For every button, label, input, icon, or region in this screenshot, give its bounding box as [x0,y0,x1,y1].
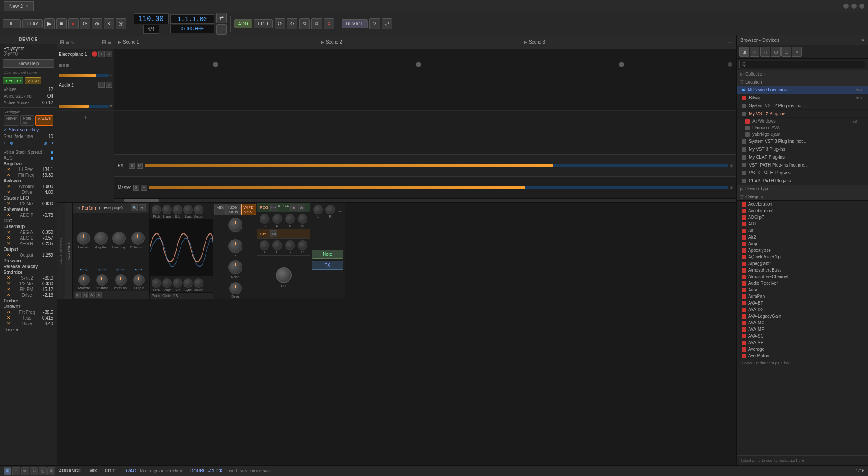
unison2-knob[interactable] [194,278,203,288]
status-arrange-icon[interactable]: ⊞ [4,467,11,475]
cat-air2[interactable]: Air2 [737,234,868,240]
track-s-btn-1[interactable]: S [98,51,105,57]
pitch2-knob[interactable] [152,278,161,288]
browser-tab-preset[interactable]: ◎ [750,47,760,57]
scenes-more[interactable]: ⋯ [723,39,736,45]
all-device-locations[interactable]: All Device Locations 99+ [737,86,868,94]
location-bitwig[interactable]: Bitwig 99+ [737,94,868,102]
right-arrow-icon[interactable]: ⊕⟶ [43,141,53,145]
shape-knob[interactable] [162,205,172,214]
delete-btn[interactable]: ✕ [324,18,334,29]
clip-2-1[interactable] [114,80,317,110]
master-s-btn[interactable]: S [133,185,139,191]
play-btn[interactable]: ▶ [44,18,55,29]
overdub-btn[interactable]: ⊕ [92,18,102,29]
clip-1-2[interactable] [317,49,520,80]
feg-ctrl-3[interactable]: ⊠ [298,204,305,211]
track-m-btn-1[interactable]: M [106,51,112,57]
status-edit-icon[interactable]: ✏ [21,467,29,475]
select-tool[interactable]: ↖ [71,39,75,45]
cat-ava-legacygain[interactable]: AVA-LegacyGain [737,313,868,320]
macro-knob-5[interactable] [78,274,90,286]
record-btn[interactable]: ● [68,18,79,29]
track-icon-3[interactable]: ⊟ [102,39,106,45]
cat-avermatrix[interactable]: AverMatrix [737,352,868,359]
sub-knob[interactable] [173,205,182,214]
loop-toggle[interactable]: ⇄ [216,13,227,23]
perform-menu-btn[interactable]: ▼ [139,204,146,211]
aeg-d-knob[interactable] [272,240,282,250]
track-icon-2[interactable]: ≡ [66,39,69,45]
undo-btn[interactable]: ↺ [275,18,285,29]
scene-1-header[interactable]: ▶ Scene 1 [114,35,317,49]
device-type-section[interactable]: ▷ Device Type [737,185,868,193]
cat-apocalypse[interactable]: Apocalypse [737,247,868,254]
fx-s-btn[interactable]: S [129,163,135,169]
cat-amp[interactable]: Amp [737,240,868,247]
minimize-btn[interactable] [843,4,849,9]
punch-toggle[interactable]: ↕ [216,24,227,35]
ch2-knob[interactable] [228,239,242,253]
wipe-max-btn[interactable]: WIPE MAX [241,204,256,215]
misc-btn-3[interactable]: ✕ [89,292,95,298]
position-display[interactable]: 1.1.1.00 [170,14,214,24]
paste-btn[interactable]: ⧈ [311,18,322,29]
close-btn[interactable] [859,4,864,9]
macro-knob-3[interactable] [112,232,126,245]
scene-3-header[interactable]: ▶ Scene 3 [520,35,723,49]
fx-btn[interactable]: FX [312,261,343,270]
clip-1-3[interactable] [520,49,723,80]
cat-ava-mc[interactable]: AVA-MC [737,320,868,326]
category-toggle[interactable]: ▽ [740,194,744,199]
cat-average[interactable]: Average [737,346,868,352]
browser-tab-collection[interactable]: ⊞ [739,47,749,57]
redo-btn[interactable]: ↻ [287,18,297,29]
feg-a-knob[interactable] [260,214,269,224]
clip-2-2[interactable] [317,80,520,110]
show-help-btn[interactable]: Show Help [3,59,54,68]
cat-acceleration2[interactable]: Acceleration2 [737,207,868,214]
location-vst3-path[interactable]: VST3_PATH Plug-ins [737,169,868,177]
feg-ctrl-1[interactable]: ⟺ [270,204,277,211]
macro-knob-6[interactable] [96,274,108,286]
unison-knob[interactable] [194,205,203,214]
pitch-knob[interactable] [152,205,161,214]
cat-ava-ds[interactable]: AVA-DS [737,306,868,313]
status-mixer-icon[interactable]: ≡ [12,467,20,475]
copy-btn[interactable]: ⧉ [299,18,310,29]
cat-autopan[interactable]: AutoPan [737,293,868,300]
track-icon-4[interactable]: ≡ [108,39,111,45]
sync-knob[interactable] [183,205,193,214]
browser-close-btn[interactable]: ✕ [861,38,864,43]
file-btn[interactable]: FILE [3,19,21,28]
add-lr-btn[interactable]: + [338,205,342,218]
edit-btn[interactable]: EDIT [254,19,273,28]
macro-knob-7[interactable] [115,274,127,286]
cat-arpeggiator[interactable]: Arpeggiator [737,260,868,267]
cat-adclip7[interactable]: ADClip7 [737,214,868,221]
misc-btn-1[interactable]: ⊞ [75,292,81,298]
left-arrow-icon[interactable]: ⟵⊕ [4,141,13,145]
track-vol-bar-2[interactable] [59,105,109,108]
r-knob[interactable] [326,205,335,214]
location-vst-path[interactable]: VST_PATH Plug-ins [not pre... [737,161,868,169]
retrig-never[interactable]: Never [4,115,19,126]
feg-s-knob[interactable] [285,214,295,224]
mix-btn[interactable]: MIX [214,204,226,215]
macro-knob-2[interactable] [94,232,108,245]
retrig-noteon[interactable]: Note on [20,115,34,126]
location-harrison[interactable]: Harrison_AVA [737,124,868,131]
cat-ava-vf[interactable]: AVA-VF [737,339,868,346]
aeg-a-knob[interactable] [260,240,269,250]
sig-display[interactable]: 4/4 [143,25,159,34]
clip-2-launch[interactable] [723,80,736,110]
location-airwindows[interactable]: AirWindows 99+ [737,118,868,124]
punch-btn[interactable]: ✕ [104,18,114,29]
add-btn[interactable]: ADD [234,19,252,28]
macro-arrow-1[interactable]: ⟺ [80,266,87,273]
location-my-clap[interactable]: My CLAP Plug-ins [737,153,868,161]
location-yabridge[interactable]: yabridge-ujam [737,131,868,138]
status-icon-4[interactable]: ⊕ [30,467,38,475]
status-icon-6[interactable]: ⊞ [47,467,55,475]
note-btn[interactable]: Note [312,250,343,259]
